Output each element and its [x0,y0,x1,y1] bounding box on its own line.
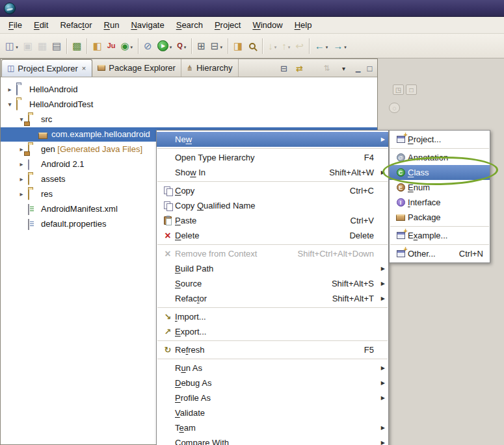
dropdown-arrow-icon[interactable] [325,41,328,51]
context-menu-item-import[interactable]: Import... [157,309,388,324]
folder-icon [28,174,29,185]
skip-breakpoints-button[interactable]: ⊘ [142,37,154,55]
submenu-arrow-icon [381,365,385,371]
shortcut-label: Ctrl+V [351,216,384,225]
avd-manager-button[interactable]: ⊟ [209,37,224,55]
import-icon [161,312,175,322]
dropdown-arrow-icon[interactable] [183,41,187,51]
submenu-item-annotation[interactable]: Annotation [390,150,490,165]
new-wizard-button[interactable]: ◫ [3,37,20,55]
submenu-item-example[interactable]: Example... [390,228,490,243]
maximize-panel-icon[interactable] [364,62,376,74]
link-with-editor-icon[interactable] [293,62,306,74]
context-menu-item-source[interactable]: Source Shift+Alt+S [157,276,388,291]
previous-annotation-button: ↑ [280,37,292,55]
tree-item-src[interactable]: src [1,112,377,127]
expander-collapsed-icon[interactable] [18,160,25,169]
expander-collapsed-icon[interactable] [18,190,25,199]
context-menu-item-paste[interactable]: Paste Ctrl+V [157,213,388,228]
close-tab-icon[interactable]: × [81,64,86,72]
dropdown-arrow-icon[interactable] [14,41,18,51]
context-menu-item-profile-as[interactable]: Profile As [157,390,388,405]
tree-item-helloandroid[interactable]: HelloAndroid [1,83,377,97]
dropdown-arrow-icon [287,41,291,51]
context-menu-item-delete[interactable]: Delete Delete [157,228,388,243]
context-menu-item-validate[interactable]: Validate [157,405,388,420]
delete-icon [161,230,175,242]
submenu-item-other[interactable]: Other... Ctrl+N [390,246,490,261]
decoration-text: [Generated Java Files] [55,144,142,154]
menu-run[interactable]: Run [98,18,126,32]
new-project-wizard-icon [397,136,405,143]
dropdown-arrow-icon[interactable] [343,41,347,51]
submenu-item-package[interactable]: Package [390,210,490,225]
copy-icon [164,186,172,195]
submenu-item-enum[interactable]: Enum [390,180,490,195]
forward-button[interactable]: → [331,37,349,55]
context-menu-item-compare-with[interactable]: Compare With [157,435,388,445]
android-sdk-manager-button[interactable]: ⊞ [195,37,207,55]
last-edit-location-button: ↩ [293,37,306,55]
context-menu-item-export[interactable]: Export... [157,324,388,339]
context-menu: New Open Type Hierarchy F4 Show In Shift… [156,130,389,445]
menu-project[interactable]: Project [209,18,246,32]
minimize-panel-icon[interactable] [352,62,364,74]
tab-project-explorer[interactable]: ◫ Project Explorer × [1,59,92,77]
dropdown-arrow-icon[interactable] [168,41,172,51]
expander-collapsed-icon[interactable] [6,85,14,94]
open-type-button[interactable]: ◨ [232,37,245,55]
maximize-view-icon[interactable]: □ [406,84,417,95]
package-icon [396,214,405,221]
back-button[interactable]: ← [313,37,330,55]
menu-refactor[interactable]: Refactor [54,18,98,32]
collapse-all-icon[interactable] [278,62,290,74]
submenu-item-project[interactable]: Project... [390,132,490,147]
context-menu-item-debug-as[interactable]: Debug As [157,375,388,390]
context-menu-item-refresh[interactable]: Refresh F5 [157,342,388,357]
context-menu-item-copy-qualified-name[interactable]: Copy Qualified Name [157,198,388,213]
menu-search[interactable]: Search [170,18,209,32]
dropdown-arrow-icon[interactable] [219,41,222,51]
shortcut-label: Shift+Alt+W [329,168,384,177]
submenu-item-class[interactable]: Class [390,165,490,180]
context-menu-item-show-in[interactable]: Show In Shift+Alt+W [157,165,388,180]
external-tools-button[interactable]: Q [175,37,188,55]
context-menu-item-refactor[interactable]: Refactor Shift+Alt+T [157,291,388,306]
minimized-view-icon[interactable]: ◌ [389,103,400,113]
menu-window[interactable]: Window [246,18,288,32]
view-menu-icon[interactable] [338,62,350,74]
tab-hierarchy[interactable]: ⋔ Hierarchy [181,59,239,77]
titlebar[interactable] [0,0,504,17]
menu-navigate[interactable]: Navigate [125,18,170,32]
expander-expanded-icon[interactable] [6,100,14,109]
tree-item-helloandroidtest[interactable]: HelloAndroidTest [1,97,377,112]
context-menu-item-open-type-hierarchy[interactable]: Open Type Hierarchy F4 [157,150,388,165]
menu-help[interactable]: Help [289,18,318,32]
new-junit-test-button[interactable]: Ju [105,37,118,55]
menu-edit[interactable]: Edit [28,18,54,32]
print-button[interactable]: ▤ [50,37,63,55]
run-button[interactable]: ▶ [155,37,174,55]
restore-view-icon[interactable]: ◳ [393,84,404,95]
submenu-item-interface[interactable]: Interface [390,195,490,210]
context-menu-item-copy[interactable]: Copy Ctrl+C [157,183,388,198]
shortcut-label: Ctrl+C [350,186,384,196]
submenu-arrow-icon [381,296,385,301]
menu-file[interactable]: File [3,18,28,32]
context-menu-item-team[interactable]: Team [157,420,388,435]
context-menu-item-new[interactable]: New [157,132,388,147]
menu-separator [390,148,489,149]
expander-collapsed-icon[interactable] [18,175,25,184]
refresh-icon [161,345,175,355]
new-android-project-button[interactable]: ▩ [70,37,83,55]
new-java-project-button[interactable]: ◧ [90,37,103,55]
class-icon [397,168,405,177]
tree-item-label: AndroidManifest.xml [41,204,118,214]
search-button[interactable] [246,37,259,55]
new-java-class-button[interactable]: ◉ [118,37,135,55]
context-menu-item-build-path[interactable]: Build Path [157,261,388,276]
remove-from-context-icon [161,248,175,260]
dropdown-arrow-icon[interactable] [129,41,133,51]
tab-package-explorer[interactable]: Package Explorer [92,59,181,77]
context-menu-item-run-as[interactable]: Run As [157,361,388,375]
